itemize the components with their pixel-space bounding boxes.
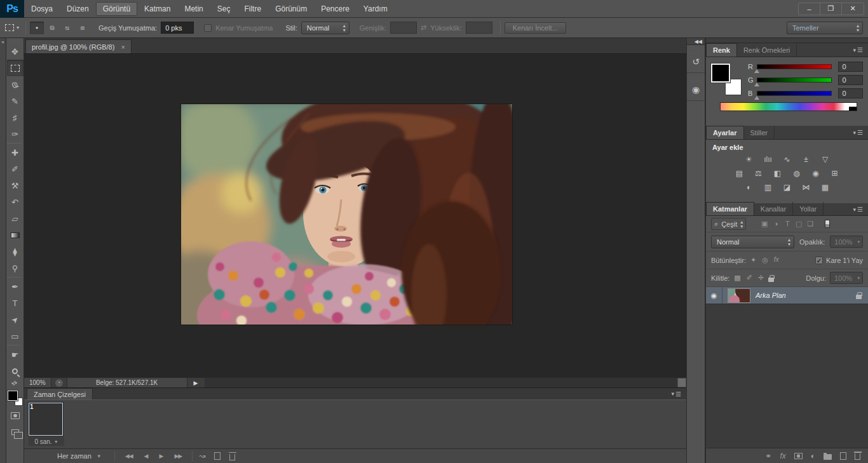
rectangular-marquee-tool[interactable] bbox=[7, 60, 24, 76]
layer-mask-icon[interactable] bbox=[794, 453, 803, 459]
channel-mixer-icon[interactable]: ◉ bbox=[810, 168, 822, 178]
layer-row-background[interactable]: ◉ Arka Plan bbox=[706, 287, 868, 304]
layer-filter-dropdown[interactable]: ⌕ Çeşit ▴▾ bbox=[711, 218, 746, 230]
slider-track[interactable] bbox=[757, 64, 832, 69]
invert-icon[interactable]: ◐ bbox=[743, 182, 756, 192]
slider-track[interactable] bbox=[757, 91, 832, 96]
brush-tool[interactable]: ✐ bbox=[7, 161, 24, 177]
slider-thumb[interactable] bbox=[754, 69, 759, 73]
refine-edge-button[interactable]: Kenarı İncelt... bbox=[505, 22, 566, 34]
new-selection-icon[interactable]: ▪ bbox=[30, 22, 44, 34]
frame-thumbnail[interactable]: 1 bbox=[29, 403, 63, 436]
width-input[interactable] bbox=[390, 22, 417, 34]
channel-value-field[interactable]: 0 bbox=[838, 75, 863, 85]
intersect-selection-icon[interactable]: ⧈ bbox=[76, 22, 90, 34]
hand-tool[interactable]: ☛ bbox=[7, 346, 24, 363]
restore-button[interactable]: ❐ bbox=[820, 3, 842, 15]
crop-tool[interactable]: ♯ bbox=[7, 109, 24, 126]
feather-input[interactable]: 0 pks bbox=[161, 22, 194, 34]
hue-saturation-icon[interactable]: ▤ bbox=[733, 168, 746, 178]
layer-effects-icon[interactable]: fx bbox=[780, 452, 785, 460]
first-frame-button[interactable]: ◀◀ bbox=[121, 452, 137, 460]
eraser-tool[interactable]: ▱ bbox=[7, 210, 24, 227]
previous-frame-button[interactable]: ◀ bbox=[140, 452, 152, 460]
filter-smart-objects-icon[interactable]: ❏ bbox=[804, 220, 816, 228]
layers-tab-katmanlar[interactable]: Katmanlar bbox=[706, 202, 754, 215]
type-tool[interactable]: T bbox=[7, 295, 24, 311]
dodge-tool[interactable]: ⚲ bbox=[7, 260, 24, 276]
slider-thumb[interactable] bbox=[754, 96, 759, 100]
menu-görünüm[interactable]: Görünüm bbox=[268, 2, 314, 16]
foreground-color-swatch[interactable] bbox=[711, 64, 730, 83]
frame-delay-selector[interactable]: 0 san. ▼ bbox=[29, 437, 64, 446]
black-white-icon[interactable]: ◧ bbox=[771, 168, 784, 178]
knockout-icon[interactable]: ✦ bbox=[750, 256, 756, 264]
add-to-selection-icon[interactable]: ⧉ bbox=[45, 22, 59, 34]
panel-drag-strip[interactable] bbox=[706, 38, 868, 43]
posterize-icon[interactable]: ▥ bbox=[762, 182, 775, 192]
subtract-from-selection-icon[interactable]: ⧅ bbox=[60, 22, 74, 34]
blur-tool[interactable]: ⧫ bbox=[7, 243, 24, 260]
adjustments-tab-ayarlar[interactable]: Ayarlar bbox=[706, 126, 744, 139]
swap-dimensions-icon[interactable]: ⇄ bbox=[421, 23, 426, 32]
layers-tab-kanallar[interactable]: Kanallar bbox=[754, 202, 793, 215]
filter-toggle-icon[interactable] bbox=[825, 220, 830, 228]
document-tab[interactable]: profil.jpg @ 100% (RGB/8) × bbox=[25, 39, 132, 53]
slider-track[interactable] bbox=[757, 77, 832, 83]
close-tab-icon[interactable]: × bbox=[121, 43, 125, 51]
history-brush-tool[interactable]: ↶ bbox=[7, 194, 24, 210]
quick-selection-tool[interactable]: ✎ bbox=[7, 93, 24, 109]
filter-shape-layers-icon[interactable]: ▢ bbox=[793, 220, 804, 228]
channel-value-field[interactable]: 0 bbox=[838, 88, 863, 98]
blend-clipped-icon[interactable]: fx bbox=[774, 256, 779, 264]
delete-frame-button[interactable] bbox=[229, 452, 235, 460]
style-dropdown[interactable]: Normal ▴▾ bbox=[301, 22, 349, 34]
slider-thumb[interactable] bbox=[754, 83, 759, 86]
menu-katman[interactable]: Katman bbox=[137, 2, 177, 16]
antialias-checkbox[interactable] bbox=[204, 24, 212, 32]
properties-panel-button[interactable]: ::::::◉ bbox=[687, 73, 705, 101]
fill-field[interactable]: 100% ▾ bbox=[830, 272, 863, 284]
gradient-map-icon[interactable]: ▦ bbox=[819, 182, 832, 192]
delete-layer-icon[interactable] bbox=[855, 452, 860, 460]
spectrum-bw-swatches[interactable] bbox=[849, 103, 857, 111]
brightness-contrast-icon[interactable]: ☀ bbox=[743, 154, 756, 164]
menu-yardım[interactable]: Yardım bbox=[356, 2, 395, 16]
duplicate-frame-button[interactable] bbox=[214, 452, 220, 460]
menu-düzen[interactable]: Düzen bbox=[60, 2, 96, 16]
blend-mode-dropdown[interactable]: Normal ▴▾ bbox=[711, 236, 794, 248]
levels-icon[interactable]: ılıı bbox=[762, 154, 775, 164]
filter-type-layers-icon[interactable]: T bbox=[782, 220, 793, 228]
scrollbar-corner[interactable] bbox=[677, 378, 686, 387]
color-spectrum-bar[interactable] bbox=[720, 102, 857, 111]
selective-color-icon[interactable]: ⋈ bbox=[800, 182, 813, 192]
timeline-tab[interactable]: Zaman Çizelgesi bbox=[27, 388, 93, 399]
filter-adjustment-layers-icon[interactable]: ◑ bbox=[770, 220, 782, 228]
eyedropper-tool[interactable]: ✑ bbox=[7, 126, 24, 142]
lasso-tool[interactable]: Ҩ bbox=[7, 76, 24, 93]
gradient-tool[interactable] bbox=[7, 227, 24, 243]
channel-slider-g[interactable] bbox=[757, 77, 832, 83]
panel-menu-icon[interactable]: ▾ bbox=[672, 391, 682, 398]
move-tool[interactable]: ✥ bbox=[7, 43, 24, 60]
channel-slider-r[interactable] bbox=[757, 64, 832, 69]
lock-position-icon[interactable]: ✛ bbox=[758, 274, 764, 282]
layer-group-icon[interactable] bbox=[824, 452, 832, 460]
zoom-level-field[interactable]: 100% bbox=[24, 378, 51, 387]
next-frame-button[interactable]: ▶▶ bbox=[170, 452, 186, 460]
layer-visibility-toggle[interactable]: ◉ bbox=[706, 287, 722, 304]
canvas[interactable] bbox=[24, 54, 686, 377]
propagate-frame-checkbox[interactable]: ✓ Kare 1'i Yay bbox=[815, 257, 863, 264]
lock-pixels-icon[interactable]: ✐ bbox=[747, 274, 752, 282]
timeline-frame-1[interactable]: 1 0 san. ▼ bbox=[29, 403, 64, 448]
color-balance-icon[interactable]: ⚖ bbox=[752, 168, 765, 178]
status-flyout-icon[interactable]: ▶ bbox=[187, 380, 205, 386]
panel-menu-icon[interactable]: ▾ bbox=[853, 129, 864, 136]
history-panel-button[interactable]: ::::::↺ bbox=[687, 45, 705, 73]
status-circle-icon[interactable]: ◔ bbox=[55, 379, 63, 387]
photo-filter-icon[interactable]: ◍ bbox=[790, 168, 803, 178]
color-tab-renk[interactable]: Renk bbox=[706, 43, 737, 57]
tween-button[interactable]: ↝ bbox=[199, 452, 205, 460]
opacity-field[interactable]: 100% ▾ bbox=[830, 236, 863, 248]
height-input[interactable] bbox=[466, 22, 492, 34]
